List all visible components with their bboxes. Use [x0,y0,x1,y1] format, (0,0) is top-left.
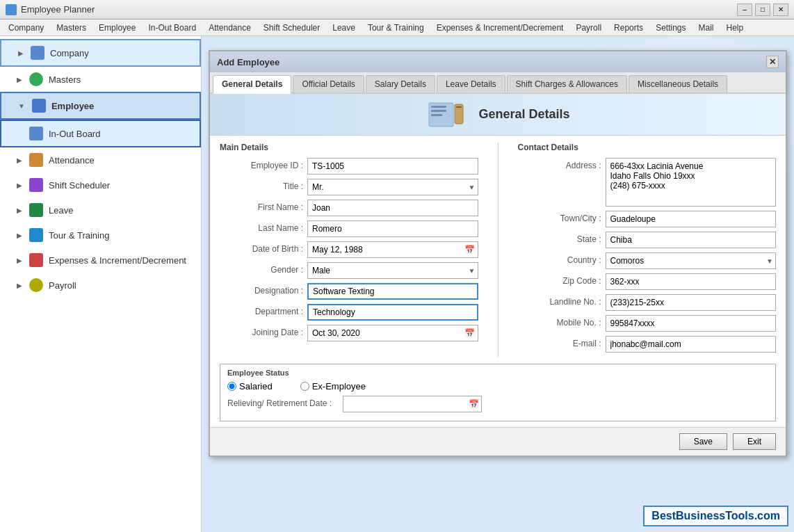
relieving-label: Relieving/ Retirement Date : [227,396,339,408]
tab-general-details[interactable]: General Details [213,75,291,94]
relieving-row: Relieving/ Retirement Date : 📅 [227,396,768,412]
app-icon [6,4,17,15]
add-employee-dialog: Add Employee ✕ General Details Official … [209,50,787,457]
ex-employee-radio[interactable] [300,382,309,391]
mobile-row: Mobile No. : [518,315,777,332]
save-button[interactable]: Save [679,433,727,450]
address-label: Address : [518,158,601,170]
header-icon [426,97,467,132]
menu-employee[interactable]: Employee [93,22,141,34]
sidebar-item-inout[interactable]: In-Out Board [0,120,201,147]
tab-shift-charges[interactable]: Shift Charges & Allowances [507,75,627,92]
relieving-date-input[interactable] [343,396,482,412]
contact-details-title: Contact Details [518,143,777,152]
salaried-radio[interactable] [227,382,236,391]
sidebar-item-masters[interactable]: ▶ Masters [0,67,201,92]
menu-tour[interactable]: Tour & Training [362,22,430,34]
country-select[interactable]: Comoros USA UK India [606,252,777,269]
joining-date-wrapper: 📅 [307,325,478,341]
menu-expenses[interactable]: Expenses & Increment/Decrement [431,22,569,34]
titlebar: Employee Planner – □ ✕ [0,0,794,19]
department-label: Department : [220,304,303,316]
employee-id-row: Employee ID : [220,158,478,175]
designation-label: Designation : [220,283,303,296]
menu-reports[interactable]: Reports [608,22,649,34]
menu-payroll[interactable]: Payroll [570,22,607,34]
menu-help[interactable]: Help [721,22,750,34]
department-input[interactable] [307,304,478,321]
titlebar-controls[interactable]: – □ ✕ [737,3,788,16]
close-button[interactable]: ✕ [773,3,788,16]
content-area: Add Employee ✕ General Details Official … [202,36,794,532]
menu-company[interactable]: Company [3,22,49,34]
last-name-input[interactable] [307,220,478,237]
expand-masters-icon: ▶ [17,76,22,83]
masters-icon [29,72,43,86]
expenses-icon [29,253,43,267]
gender-label: Gender : [220,262,303,275]
expand-expenses-icon: ▶ [17,257,22,264]
tab-official-details[interactable]: Official Details [293,75,364,92]
attendance-icon [29,153,43,167]
joining-date-row: Joining Date : 📅 [220,325,478,341]
relieving-calendar-icon[interactable]: 📅 [467,397,480,411]
email-input[interactable] [606,336,777,353]
sidebar-item-expenses[interactable]: ▶ Expenses & Increment/Decrement [0,248,201,273]
expand-company-icon: ▶ [18,49,24,57]
dob-calendar-icon[interactable]: 📅 [463,243,477,257]
menu-leave[interactable]: Leave [327,22,361,34]
expand-tour-icon: ▶ [17,232,22,239]
menu-inout[interactable]: In-Out Board [143,22,202,34]
minimize-button[interactable]: – [737,3,752,16]
sidebar-item-employee[interactable]: ▼ Employee [0,92,201,120]
tab-misc-details[interactable]: Miscellaneous Details [629,75,727,92]
menu-settings[interactable]: Settings [650,22,691,34]
first-name-input[interactable] [307,200,478,216]
sidebar-item-attendance[interactable]: ▶ Attendance [0,147,201,172]
address-textarea[interactable]: 666-43xx Lacinia Avenue Idaho Falls Ohio… [606,158,777,207]
sidebar-item-company[interactable]: ▶ Company [0,39,201,67]
ex-employee-radio-label[interactable]: Ex-Employee [300,381,366,392]
landline-input[interactable] [606,294,777,311]
employee-id-input[interactable] [307,158,478,175]
sidebar-item-tour[interactable]: ▶ Tour & Training [0,223,201,248]
tab-salary-details[interactable]: Salary Details [366,75,435,92]
inout-icon [29,127,43,140]
exit-button[interactable]: Exit [733,433,776,450]
menubar: Company Masters Employee In-Out Board At… [0,19,794,36]
dialog-header-image: General Details [210,94,786,136]
salaried-radio-label[interactable]: Salaried [227,381,273,392]
main-details-section: Main Details Employee ID : Title : Mr. M… [220,143,478,357]
email-row: E-mail : [518,336,777,353]
sidebar-item-shift[interactable]: ▶ Shift Scheduler [0,172,201,198]
menu-shift[interactable]: Shift Scheduler [258,22,325,34]
joining-date-input[interactable] [307,325,478,341]
dialog-footer: Save Exit [210,427,786,456]
tab-leave-details[interactable]: Leave Details [437,75,505,92]
title-select[interactable]: Mr. Mrs. Ms. Dr. [307,179,478,195]
menu-mail[interactable]: Mail [692,22,719,34]
designation-row: Designation : [220,283,478,300]
mobile-input[interactable] [606,315,777,332]
maximize-button[interactable]: □ [755,3,770,16]
joining-date-calendar-icon[interactable]: 📅 [463,326,477,340]
sidebar-item-payroll[interactable]: ▶ Payroll [0,273,201,298]
menu-attendance[interactable]: Attendance [203,22,257,34]
state-label: State : [518,232,601,244]
zip-input[interactable] [606,273,777,290]
dialog-close-button[interactable]: ✕ [766,56,779,68]
menu-masters[interactable]: Masters [51,22,92,34]
town-input[interactable] [606,211,777,227]
designation-input[interactable] [307,283,478,300]
sidebar-item-leave[interactable]: ▶ Leave [0,198,201,223]
gender-select[interactable]: Male Female [307,262,478,279]
sidebar-masters-label: Masters [49,74,81,85]
sidebar-expenses-label: Expenses & Increment/Decrement [49,255,186,266]
svg-rect-1 [431,106,446,108]
sidebar: ▶ Company ▶ Masters ▼ Employee In-Out Bo… [0,36,202,532]
landline-row: Landline No. : [518,294,777,311]
dob-label: Date of Birth : [220,241,303,254]
titlebar-left: Employee Planner [6,4,95,15]
state-input[interactable] [606,232,777,248]
dob-input[interactable] [307,241,478,258]
